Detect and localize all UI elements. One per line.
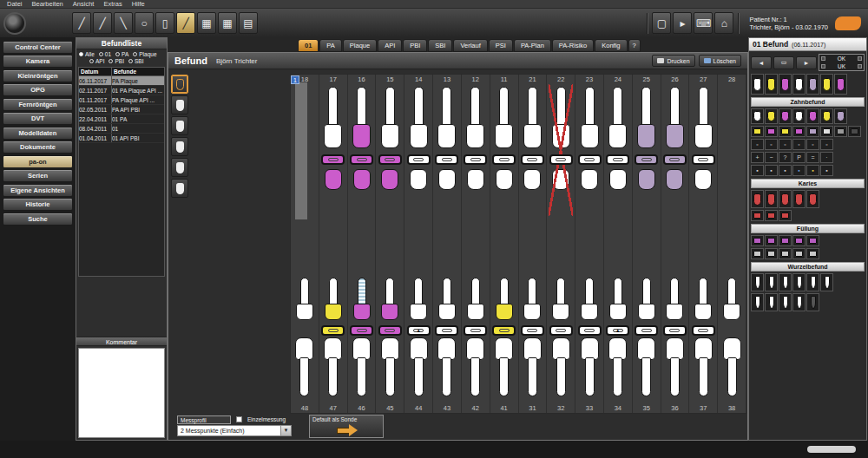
lower-tooth-facial-view[interactable] [352, 336, 371, 403]
upper-tooth-occlusal-view[interactable] [410, 169, 427, 190]
tooth-column[interactable]: 17 [319, 75, 348, 413]
lower-tooth-facial-view[interactable] [637, 336, 655, 403]
upper-tooth-status-box[interactable] [492, 154, 516, 165]
toolbar-icon[interactable]: ⌂ [714, 12, 733, 34]
upper-tooth-facial-view[interactable] [410, 87, 428, 153]
sidebar-item[interactable]: Kleinröntgen [3, 69, 73, 82]
findings-table-row[interactable]: 08.04.2011 01 [79, 124, 164, 134]
sidebar-item[interactable]: Suche [3, 213, 73, 226]
karies-symbol-button[interactable] [751, 190, 764, 208]
zahnbefund-symbol-button[interactable]: ▫ [765, 139, 778, 150]
einzelmessung-checkbox[interactable] [236, 416, 242, 422]
upper-tooth-occlusal-view[interactable] [609, 169, 627, 190]
lower-tooth-lingual-view[interactable] [666, 278, 683, 324]
lower-tooth-lingual-view[interactable] [410, 278, 427, 324]
toolbar-icon[interactable]: ▤ [239, 12, 258, 34]
zahnbefund-symbol-button[interactable]: · [820, 152, 833, 163]
tooth-column[interactable]: 16 [348, 75, 377, 413]
filter-radio[interactable]: 01 [99, 51, 111, 57]
upper-tooth-facial-view[interactable] [523, 87, 542, 153]
zahnbefund-symbol-button[interactable] [806, 108, 819, 124]
upper-tooth-facial-view[interactable] [466, 87, 484, 153]
upper-tooth-status-box[interactable] [578, 154, 602, 165]
filter-radio[interactable]: Plaque [133, 51, 156, 57]
lower-tooth-lingual-view[interactable] [381, 278, 398, 324]
upper-tooth-status-box[interactable] [606, 154, 629, 165]
lower-tooth-facial-view[interactable] [694, 336, 713, 403]
tab[interactable]: PA [319, 39, 341, 52]
tooth-column[interactable]: 14 ▲ [404, 75, 433, 413]
tab[interactable]: PA-Plan [514, 39, 551, 52]
fuellung-symbol-button[interactable] [751, 248, 764, 259]
lower-tooth-facial-view[interactable] [495, 336, 513, 403]
upper-tooth-status-box[interactable] [378, 154, 402, 165]
upper-tooth-facial-view[interactable] [324, 87, 342, 153]
tab[interactable]: SBI [428, 39, 452, 52]
upper-tooth-occlusal-view[interactable] [638, 169, 655, 190]
menu-item[interactable]: Ansicht [73, 0, 95, 8]
upper-tooth-occlusal-view[interactable] [666, 169, 683, 190]
tooth-column[interactable]: 25 [633, 75, 661, 413]
upper-tooth-occlusal-view[interactable] [325, 169, 342, 190]
lower-tooth-facial-view[interactable] [324, 336, 342, 403]
lower-tooth-status-box[interactable]: ▲ [606, 325, 629, 336]
upper-tooth-facial-view[interactable] [495, 87, 513, 153]
lower-tooth-status-box[interactable]: ▲ [407, 325, 431, 336]
zahnbefund-symbol-button[interactable]: ▪ [820, 165, 833, 176]
tab[interactable]: Verlauf [453, 39, 487, 52]
tab[interactable]: ? [628, 39, 641, 52]
filter-radio[interactable]: PA [115, 51, 128, 57]
findings-table-row[interactable]: 02.05.2011 PA API PBI [79, 105, 164, 114]
zahnbefund-symbol-button[interactable]: ? [779, 152, 792, 163]
messpunkte-dropdown[interactable]: 2 Messpunkte (Einfach) ▼ [177, 425, 292, 436]
lower-tooth-status-box[interactable] [464, 325, 487, 336]
lower-tooth-lingual-view[interactable] [438, 278, 456, 324]
lower-tooth-facial-view[interactable] [723, 336, 741, 403]
tooth-symbol-button[interactable] [792, 74, 806, 95]
sidebar-item[interactable]: Eigene Ansichten [3, 184, 73, 197]
lower-tooth-status-box[interactable] [378, 325, 402, 336]
wurzel-symbol-button[interactable] [779, 273, 792, 291]
zahnbefund-symbol-button[interactable]: + [751, 152, 764, 163]
upper-tooth-status-box[interactable] [435, 154, 458, 165]
lower-tooth-status-box[interactable] [321, 325, 345, 336]
zahnbefund-color-button[interactable] [751, 126, 764, 137]
filter-radio[interactable]: SBI [128, 58, 143, 64]
tooth-column[interactable]: 28 [718, 75, 746, 413]
upper-tooth-status-box[interactable] [692, 154, 715, 165]
tooth-symbol-button[interactable] [820, 74, 833, 95]
toolbar-icon[interactable]: ▦ [197, 12, 216, 34]
zahnbefund-symbol-button[interactable] [820, 108, 833, 124]
tab[interactable]: 01 [298, 39, 319, 52]
lower-tooth-status-box[interactable] [521, 325, 544, 336]
nav-button[interactable]: ► [796, 56, 817, 69]
upper-tooth-facial-view[interactable] [694, 87, 713, 153]
findings-table-row[interactable]: 02.11.2017 01 PA Plaque API ... [79, 86, 164, 95]
upper-tooth-occlusal-view[interactable] [496, 169, 513, 190]
lower-tooth-lingual-view[interactable] [325, 278, 342, 324]
karies-symbol-button[interactable] [792, 190, 806, 208]
fuellung-symbol-button[interactable] [765, 235, 778, 246]
toolbar-icon[interactable]: ⌨ [694, 12, 713, 34]
tooth-column[interactable]: 15 [376, 75, 404, 413]
zahnbefund-symbol-button[interactable] [751, 108, 764, 124]
fuellung-symbol-button[interactable] [751, 235, 764, 246]
sidebar-item[interactable]: pa-on [3, 155, 73, 168]
wurzel-symbol-button[interactable] [765, 293, 778, 311]
tooth-column[interactable]: 27 [689, 75, 718, 413]
upper-tooth-occlusal-view[interactable] [523, 169, 541, 190]
upper-tooth-status-box[interactable] [521, 154, 544, 165]
lower-tooth-lingual-view[interactable] [467, 278, 484, 324]
findings-table-row[interactable]: 06.11.2017 PA Plaque [79, 76, 164, 86]
zahnbefund-symbol-button[interactable]: ▫ [751, 139, 764, 150]
tooth-column[interactable]: 24 ▲ [604, 75, 633, 413]
lower-tooth-facial-view[interactable] [437, 336, 456, 403]
upper-tooth-status-box[interactable] [464, 154, 487, 165]
delete-button[interactable]: Löschen [699, 55, 741, 67]
upper-tooth-status-box[interactable] [321, 154, 345, 165]
lower-tooth-lingual-view[interactable] [353, 278, 371, 324]
upper-tooth-status-box[interactable] [407, 154, 431, 165]
karies-symbol-button[interactable] [806, 190, 819, 208]
print-button[interactable]: Drucken [652, 55, 694, 67]
menu-item[interactable]: Bearbeiten [32, 0, 63, 8]
